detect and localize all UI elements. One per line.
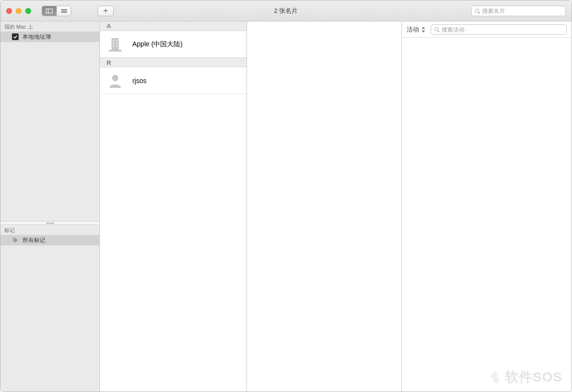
activity-toolbar: 活动 <box>402 21 572 38</box>
activity-label: 活动 <box>407 25 419 34</box>
close-window[interactable] <box>6 8 12 14</box>
activity-sort-button[interactable]: 活动 <box>407 25 426 34</box>
building-icon <box>107 36 124 53</box>
sidebar-item-all-tags[interactable]: 所有标记 <box>0 235 99 245</box>
columns-icon <box>46 9 53 13</box>
view-toggle <box>42 6 71 16</box>
sidebar-section-mac: 我的 Mac 上 <box>0 21 99 32</box>
search-icon <box>434 27 440 32</box>
contact-row[interactable]: Apple (中国大陆) <box>100 31 247 58</box>
minimize-window[interactable] <box>16 8 22 14</box>
content: 我的 Mac 上 本地地址簿 标记 所有标记 A <box>0 21 572 392</box>
sort-arrows-icon <box>421 27 426 32</box>
sidebar: 我的 Mac 上 本地地址簿 标记 所有标记 <box>0 21 100 392</box>
person-icon <box>107 72 124 89</box>
activity-panel: 活动 <box>402 21 572 392</box>
svg-rect-10 <box>116 40 118 41</box>
sidebar-section-tags: 标记 <box>0 225 99 235</box>
svg-point-17 <box>435 27 439 31</box>
contact-name: Apple (中国大陆) <box>132 40 183 49</box>
contacts-list: A Apple (中国大陆) R rjsos <box>100 21 247 392</box>
svg-rect-12 <box>116 42 118 44</box>
sidebar-item-label: 本地地址簿 <box>22 33 51 41</box>
svg-point-5 <box>475 9 479 12</box>
contact-row[interactable]: rjsos <box>100 67 247 94</box>
svg-line-18 <box>438 31 439 32</box>
svg-rect-9 <box>113 40 114 41</box>
svg-rect-8 <box>111 38 119 50</box>
search-icon <box>475 8 480 14</box>
titlebar: ＋ 2 张名片 <box>0 0 572 21</box>
search-contacts-input[interactable] <box>482 8 562 14</box>
svg-point-16 <box>112 74 118 81</box>
sidebar-item-label: 所有标记 <box>22 236 45 244</box>
sidebar-split-handle[interactable] <box>0 221 99 225</box>
group-header: R <box>100 58 247 67</box>
sidebar-item-local-addressbook[interactable]: 本地地址簿 <box>0 32 99 42</box>
svg-line-6 <box>478 12 480 13</box>
view-columns-button[interactable] <box>42 6 56 16</box>
tag-icon <box>12 237 19 244</box>
window-controls <box>6 8 31 14</box>
contact-name: rjsos <box>132 77 147 85</box>
svg-rect-0 <box>46 9 53 13</box>
svg-point-7 <box>13 238 14 239</box>
list-icon <box>61 9 67 13</box>
search-activity-input[interactable] <box>442 26 563 33</box>
app-window: ＋ 2 张名片 我的 Mac 上 本地地址簿 标记 <box>0 0 572 392</box>
group-header: A <box>100 21 247 31</box>
add-button[interactable]: ＋ <box>97 6 114 16</box>
search-activity-box[interactable] <box>431 24 567 35</box>
search-contacts-box[interactable] <box>471 6 566 16</box>
view-list-button[interactable] <box>56 6 71 16</box>
checkbox-icon <box>12 33 19 40</box>
maximize-window[interactable] <box>25 8 31 14</box>
svg-rect-13 <box>113 45 114 46</box>
svg-rect-11 <box>113 42 114 44</box>
contact-detail-panel <box>247 21 402 392</box>
svg-rect-14 <box>116 45 118 46</box>
svg-rect-15 <box>109 50 121 52</box>
